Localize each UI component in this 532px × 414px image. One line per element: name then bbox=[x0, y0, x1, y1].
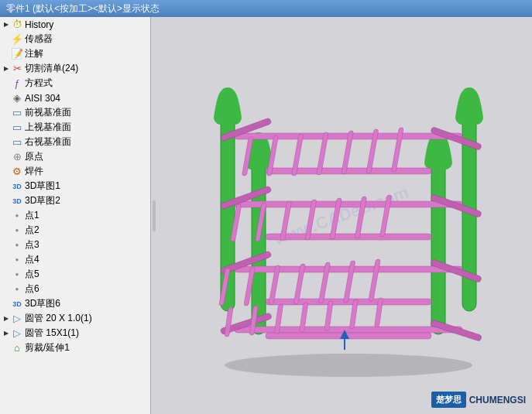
expand-arrow-point6[interactable] bbox=[2, 285, 11, 294]
expand-arrow-point4[interactable] bbox=[2, 255, 11, 265]
expand-arrow-cut-list[interactable]: ▶ bbox=[2, 64, 11, 74]
tree-label-front-plane: 前视基准面 bbox=[25, 106, 71, 119]
expand-arrow-formula[interactable] bbox=[2, 79, 11, 88]
formula-icon: ƒ bbox=[11, 77, 23, 90]
origin-icon: ⊕ bbox=[11, 151, 23, 163]
expand-arrow-3d-drawing1[interactable] bbox=[2, 182, 11, 191]
tree-item-trim1[interactable]: ⌂剪裁/延伸1 bbox=[0, 340, 150, 355]
expand-arrow-material[interactable] bbox=[2, 94, 11, 103]
point-icon: ● bbox=[11, 254, 23, 266]
tree-label-point6: 点6 bbox=[25, 282, 39, 296]
material-icon: ◈ bbox=[11, 92, 23, 104]
expand-arrow-pipe1[interactable]: ▶ bbox=[2, 314, 11, 323]
sensor-icon: ⚡ bbox=[11, 33, 23, 46]
trim-icon: ⌂ bbox=[11, 342, 23, 354]
3d-icon: 3D bbox=[11, 195, 23, 207]
tree-item-note[interactable]: 📝注解 bbox=[0, 46, 150, 61]
tree-label-point1: 点1 bbox=[25, 209, 39, 222]
3d-icon: 3D bbox=[11, 180, 23, 193]
point-icon: ● bbox=[11, 283, 23, 296]
expand-arrow-point2[interactable] bbox=[2, 226, 11, 235]
tree-item-formula[interactable]: ƒ方程式 bbox=[0, 76, 150, 91]
expand-arrow-top-plane[interactable] bbox=[2, 123, 11, 132]
tree-item-3d-drawing6[interactable]: 3D3D草图6 bbox=[0, 296, 150, 311]
expand-arrow-pipe2[interactable]: ▶ bbox=[2, 329, 11, 338]
expand-arrow-point3[interactable] bbox=[2, 241, 11, 250]
weld-icon: ⚙ bbox=[11, 166, 23, 178]
tree-item-pipe1[interactable]: ▶▷圆管 20 X 1.0(1) bbox=[0, 311, 150, 326]
svg-rect-16 bbox=[235, 201, 462, 207]
pipe-icon: ▷ bbox=[11, 327, 23, 340]
tree-item-right-plane[interactable]: ▭右视基准面 bbox=[0, 135, 150, 149]
tree-item-front-plane[interactable]: ▭前视基准面 bbox=[0, 105, 150, 120]
tree-label-weld: 焊件 bbox=[25, 165, 43, 178]
tree-label-formula: 方程式 bbox=[25, 77, 53, 90]
expand-arrow-3d-drawing2[interactable] bbox=[2, 197, 11, 206]
tree-label-sensor: 传感器 bbox=[25, 33, 53, 46]
point-icon: ● bbox=[11, 210, 23, 222]
3d-model-svg bbox=[174, 33, 523, 388]
point-icon: ● bbox=[11, 239, 23, 251]
expand-arrow-front-plane[interactable] bbox=[2, 108, 11, 118]
feature-tree: ▶⏱History ⚡传感器 📝注解▶✂切割清单(24) ƒ方程式 ◈AISI … bbox=[0, 17, 151, 414]
tree-label-origin: 原点 bbox=[25, 150, 43, 163]
tree-item-pipe2[interactable]: ▶▷圆管 15X1(1) bbox=[0, 326, 150, 340]
expand-arrow-origin[interactable] bbox=[2, 152, 11, 162]
tree-item-top-plane[interactable]: ▭上视基准面 bbox=[0, 120, 150, 135]
tree-item-point6[interactable]: ●点6 bbox=[0, 282, 150, 296]
tree-item-sensor[interactable]: ⚡传感器 bbox=[0, 32, 150, 46]
tree-item-point3[interactable]: ●点3 bbox=[0, 238, 150, 252]
logo-area: 楚梦思 CHUMENGSI bbox=[431, 392, 526, 408]
expand-arrow-point1[interactable] bbox=[2, 211, 11, 221]
tree-label-right-plane: 右视基准面 bbox=[25, 135, 71, 149]
title-bar: 零件1 (默认<按加工><默认>显示状态 bbox=[0, 0, 532, 17]
tree-label-3d-drawing1: 3D草图1 bbox=[25, 180, 60, 193]
svg-rect-42 bbox=[225, 307, 233, 337]
tree-item-point2[interactable]: ●点2 bbox=[0, 223, 150, 238]
svg-rect-4 bbox=[431, 149, 445, 334]
expand-arrow-right-plane[interactable] bbox=[2, 138, 11, 147]
tree-item-history[interactable]: ▶⏱History bbox=[0, 17, 150, 32]
expand-arrow-sensor[interactable] bbox=[2, 35, 11, 44]
plane-icon: ▭ bbox=[11, 136, 23, 149]
tree-label-pipe1: 圆管 20 X 1.0(1) bbox=[25, 312, 92, 325]
tree-label-point2: 点2 bbox=[25, 224, 39, 237]
tree-item-weld[interactable]: ⚙焊件 bbox=[0, 164, 150, 179]
tree-label-top-plane: 上视基准面 bbox=[25, 121, 71, 134]
expand-arrow-trim1[interactable] bbox=[2, 344, 11, 353]
note-icon: 📝 bbox=[11, 48, 23, 60]
tree-label-material: AISI 304 bbox=[25, 93, 60, 104]
expand-arrow-3d-drawing6[interactable] bbox=[2, 299, 11, 309]
tree-label-point4: 点4 bbox=[25, 253, 39, 266]
title-text: 零件1 (默认<按加工><默认>显示状态 bbox=[6, 2, 160, 15]
point-icon: ● bbox=[11, 224, 23, 237]
point-icon: ● bbox=[11, 269, 23, 281]
tree-item-material[interactable]: ◈AISI 304 bbox=[0, 91, 150, 105]
history-icon: ⏱ bbox=[11, 19, 23, 31]
tree-label-3d-drawing6: 3D草图6 bbox=[25, 297, 60, 310]
tree-label-point5: 点5 bbox=[25, 268, 39, 281]
3d-icon: 3D bbox=[11, 298, 23, 310]
svg-rect-46 bbox=[324, 301, 333, 330]
svg-rect-38 bbox=[235, 327, 462, 333]
tree-item-point1[interactable]: ●点1 bbox=[0, 208, 150, 223]
plane-icon: ▭ bbox=[11, 107, 23, 119]
tree-item-3d-drawing2[interactable]: 3D3D草图2 bbox=[0, 193, 150, 208]
svg-rect-6 bbox=[266, 168, 431, 174]
cut-icon: ✂ bbox=[11, 63, 23, 75]
tree-item-origin[interactable]: ⊕原点 bbox=[0, 149, 150, 164]
tree-item-cut-list[interactable]: ▶✂切割清单(24) bbox=[0, 61, 150, 76]
tree-item-point4[interactable]: ●点4 bbox=[0, 252, 150, 267]
viewport-3d[interactable]: www.CADeS.com bbox=[151, 17, 532, 414]
expand-arrow-history[interactable]: ▶ bbox=[2, 20, 11, 29]
tree-item-3d-drawing1[interactable]: 3D3D草图1 bbox=[0, 179, 150, 193]
tree-label-cut-list: 切割清单(24) bbox=[25, 62, 78, 75]
tree-label-history: History bbox=[25, 19, 53, 30]
svg-point-0 bbox=[225, 354, 472, 377]
tree-item-point5[interactable]: ●点5 bbox=[0, 267, 150, 282]
expand-arrow-note[interactable] bbox=[2, 50, 11, 59]
tree-label-note: 注解 bbox=[25, 47, 43, 60]
expand-arrow-weld[interactable] bbox=[2, 167, 11, 176]
expand-arrow-point5[interactable] bbox=[2, 270, 11, 279]
tree-label-pipe2: 圆管 15X1(1) bbox=[25, 327, 79, 340]
